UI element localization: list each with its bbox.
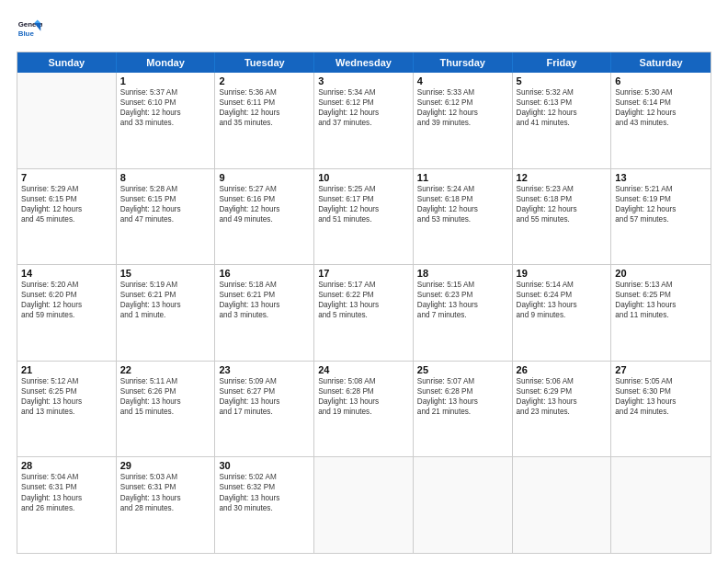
calendar-cell: 24Sunrise: 5:08 AM Sunset: 6:28 PM Dayli… xyxy=(314,362,414,457)
day-number: 2 xyxy=(219,75,310,86)
day-number: 30 xyxy=(219,460,310,471)
day-number: 26 xyxy=(517,364,608,375)
calendar-cell xyxy=(414,457,513,553)
day-info: Sunrise: 5:03 AM Sunset: 6:31 PM Dayligh… xyxy=(120,472,211,512)
calendar-body: 1Sunrise: 5:37 AM Sunset: 6:10 PM Daylig… xyxy=(17,73,711,553)
calendar-cell xyxy=(17,73,117,168)
weekday-header-saturday: Saturday xyxy=(611,52,711,73)
calendar-cell: 30Sunrise: 5:02 AM Sunset: 6:32 PM Dayli… xyxy=(215,457,314,553)
day-info: Sunrise: 5:04 AM Sunset: 6:31 PM Dayligh… xyxy=(21,472,112,512)
day-number: 22 xyxy=(120,364,211,375)
day-info: Sunrise: 5:24 AM Sunset: 6:18 PM Dayligh… xyxy=(417,184,508,224)
calendar-cell: 3Sunrise: 5:34 AM Sunset: 6:12 PM Daylig… xyxy=(314,73,414,168)
calendar-cell: 20Sunrise: 5:13 AM Sunset: 6:25 PM Dayli… xyxy=(611,265,711,361)
calendar-row-5: 28Sunrise: 5:04 AM Sunset: 6:31 PM Dayli… xyxy=(17,456,711,553)
calendar-row-2: 7Sunrise: 5:29 AM Sunset: 6:15 PM Daylig… xyxy=(17,168,711,265)
logo: General Blue xyxy=(17,17,42,42)
day-number: 23 xyxy=(219,364,310,375)
calendar-cell: 19Sunrise: 5:14 AM Sunset: 6:24 PM Dayli… xyxy=(513,265,612,361)
day-info: Sunrise: 5:15 AM Sunset: 6:23 PM Dayligh… xyxy=(417,280,508,320)
calendar-cell: 7Sunrise: 5:29 AM Sunset: 6:15 PM Daylig… xyxy=(17,169,117,265)
page: General Blue SundayMondayTuesdayWednesda… xyxy=(0,0,728,563)
calendar-cell: 28Sunrise: 5:04 AM Sunset: 6:31 PM Dayli… xyxy=(17,457,117,553)
day-number: 5 xyxy=(517,75,608,86)
day-info: Sunrise: 5:13 AM Sunset: 6:25 PM Dayligh… xyxy=(615,280,707,320)
calendar-cell: 22Sunrise: 5:11 AM Sunset: 6:26 PM Dayli… xyxy=(117,362,216,457)
day-info: Sunrise: 5:02 AM Sunset: 6:32 PM Dayligh… xyxy=(219,472,310,512)
calendar-header: SundayMondayTuesdayWednesdayThursdayFrid… xyxy=(17,52,711,73)
logo-icon: General Blue xyxy=(17,17,42,42)
day-info: Sunrise: 5:28 AM Sunset: 6:15 PM Dayligh… xyxy=(120,184,211,224)
calendar-cell: 16Sunrise: 5:18 AM Sunset: 6:21 PM Dayli… xyxy=(215,265,314,361)
day-number: 18 xyxy=(417,268,508,279)
calendar-cell: 26Sunrise: 5:06 AM Sunset: 6:29 PM Dayli… xyxy=(513,362,612,457)
day-number: 28 xyxy=(21,460,112,471)
day-number: 20 xyxy=(615,268,707,279)
day-info: Sunrise: 5:08 AM Sunset: 6:28 PM Dayligh… xyxy=(318,376,409,417)
day-info: Sunrise: 5:20 AM Sunset: 6:20 PM Dayligh… xyxy=(21,280,112,320)
day-number: 10 xyxy=(318,172,409,183)
calendar-cell: 2Sunrise: 5:36 AM Sunset: 6:11 PM Daylig… xyxy=(215,73,314,168)
calendar-cell: 18Sunrise: 5:15 AM Sunset: 6:23 PM Dayli… xyxy=(414,265,513,361)
day-number: 19 xyxy=(517,268,608,279)
day-number: 11 xyxy=(417,172,508,183)
day-info: Sunrise: 5:27 AM Sunset: 6:16 PM Dayligh… xyxy=(219,184,310,224)
calendar-cell: 14Sunrise: 5:20 AM Sunset: 6:20 PM Dayli… xyxy=(17,265,117,361)
weekday-header-sunday: Sunday xyxy=(17,52,117,73)
header: General Blue xyxy=(17,17,711,42)
day-number: 6 xyxy=(615,75,707,86)
calendar-row-1: 1Sunrise: 5:37 AM Sunset: 6:10 PM Daylig… xyxy=(17,73,711,168)
day-info: Sunrise: 5:21 AM Sunset: 6:19 PM Dayligh… xyxy=(615,184,707,224)
day-number: 15 xyxy=(120,268,211,279)
calendar-cell: 4Sunrise: 5:33 AM Sunset: 6:12 PM Daylig… xyxy=(414,73,513,168)
day-number: 13 xyxy=(615,172,707,183)
day-number: 29 xyxy=(120,460,211,471)
calendar-cell: 17Sunrise: 5:17 AM Sunset: 6:22 PM Dayli… xyxy=(314,265,414,361)
weekday-header-friday: Friday xyxy=(513,52,612,73)
day-info: Sunrise: 5:30 AM Sunset: 6:14 PM Dayligh… xyxy=(615,87,707,128)
day-info: Sunrise: 5:29 AM Sunset: 6:15 PM Dayligh… xyxy=(21,184,112,224)
calendar-cell: 15Sunrise: 5:19 AM Sunset: 6:21 PM Dayli… xyxy=(117,265,216,361)
weekday-header-monday: Monday xyxy=(117,52,216,73)
day-number: 24 xyxy=(318,364,409,375)
day-number: 8 xyxy=(120,172,211,183)
day-info: Sunrise: 5:12 AM Sunset: 6:25 PM Dayligh… xyxy=(21,376,112,417)
calendar-cell: 25Sunrise: 5:07 AM Sunset: 6:28 PM Dayli… xyxy=(414,362,513,457)
calendar-row-3: 14Sunrise: 5:20 AM Sunset: 6:20 PM Dayli… xyxy=(17,264,711,361)
calendar-cell: 27Sunrise: 5:05 AM Sunset: 6:30 PM Dayli… xyxy=(611,362,711,457)
day-number: 1 xyxy=(120,75,211,86)
day-info: Sunrise: 5:11 AM Sunset: 6:26 PM Dayligh… xyxy=(120,376,211,417)
day-info: Sunrise: 5:25 AM Sunset: 6:17 PM Dayligh… xyxy=(318,184,409,224)
day-info: Sunrise: 5:32 AM Sunset: 6:13 PM Dayligh… xyxy=(517,87,608,128)
day-info: Sunrise: 5:09 AM Sunset: 6:27 PM Dayligh… xyxy=(219,376,310,417)
calendar-cell: 12Sunrise: 5:23 AM Sunset: 6:18 PM Dayli… xyxy=(513,169,612,265)
weekday-header-tuesday: Tuesday xyxy=(215,52,314,73)
calendar-cell: 6Sunrise: 5:30 AM Sunset: 6:14 PM Daylig… xyxy=(611,73,711,168)
day-info: Sunrise: 5:07 AM Sunset: 6:28 PM Dayligh… xyxy=(417,376,508,417)
day-info: Sunrise: 5:23 AM Sunset: 6:18 PM Dayligh… xyxy=(517,184,608,224)
calendar: SundayMondayTuesdayWednesdayThursdayFrid… xyxy=(17,52,711,554)
day-number: 21 xyxy=(21,364,112,375)
day-info: Sunrise: 5:36 AM Sunset: 6:11 PM Dayligh… xyxy=(219,87,310,128)
calendar-cell: 8Sunrise: 5:28 AM Sunset: 6:15 PM Daylig… xyxy=(117,169,216,265)
day-number: 25 xyxy=(417,364,508,375)
day-info: Sunrise: 5:19 AM Sunset: 6:21 PM Dayligh… xyxy=(120,280,211,320)
day-number: 9 xyxy=(219,172,310,183)
calendar-cell: 9Sunrise: 5:27 AM Sunset: 6:16 PM Daylig… xyxy=(215,169,314,265)
day-info: Sunrise: 5:37 AM Sunset: 6:10 PM Dayligh… xyxy=(120,87,211,128)
calendar-cell: 29Sunrise: 5:03 AM Sunset: 6:31 PM Dayli… xyxy=(117,457,216,553)
calendar-cell: 21Sunrise: 5:12 AM Sunset: 6:25 PM Dayli… xyxy=(17,362,117,457)
calendar-cell xyxy=(314,457,414,553)
calendar-cell xyxy=(513,457,612,553)
calendar-row-4: 21Sunrise: 5:12 AM Sunset: 6:25 PM Dayli… xyxy=(17,361,711,457)
calendar-cell xyxy=(611,457,711,553)
day-number: 14 xyxy=(21,268,112,279)
weekday-header-thursday: Thursday xyxy=(414,52,513,73)
calendar-cell: 1Sunrise: 5:37 AM Sunset: 6:10 PM Daylig… xyxy=(117,73,216,168)
day-info: Sunrise: 5:33 AM Sunset: 6:12 PM Dayligh… xyxy=(417,87,508,128)
calendar-cell: 11Sunrise: 5:24 AM Sunset: 6:18 PM Dayli… xyxy=(414,169,513,265)
calendar-cell: 13Sunrise: 5:21 AM Sunset: 6:19 PM Dayli… xyxy=(611,169,711,265)
calendar-cell: 5Sunrise: 5:32 AM Sunset: 6:13 PM Daylig… xyxy=(513,73,612,168)
day-number: 12 xyxy=(517,172,608,183)
day-number: 7 xyxy=(21,172,112,183)
